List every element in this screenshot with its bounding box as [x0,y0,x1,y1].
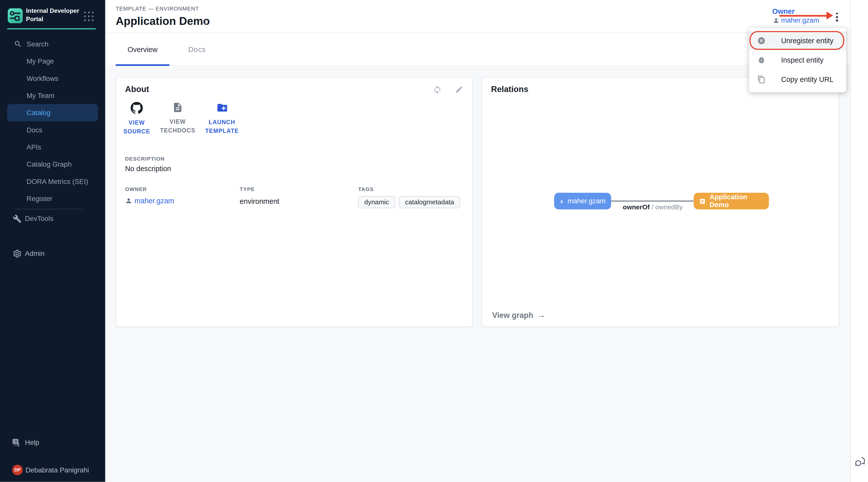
relation-edge-label: ownerOf / ownedBy [611,203,694,211]
action-label: TEMPLATE [205,127,239,134]
svg-text:?: ? [15,439,17,443]
view-techdocs-button[interactable]: VIEW TECHDOCS [160,102,195,135]
right-gutter [850,0,868,482]
cancel-icon [757,36,766,45]
tab-docs[interactable]: Docs [183,33,211,66]
sidebar-item-help[interactable]: ? Help [0,434,105,451]
sidebar-divider-accent [7,28,96,29]
action-label: VIEW [169,118,186,124]
menu-item-label: Copy entity URL [781,76,834,84]
sidebar-item-label: Workflows [27,74,59,82]
view-graph-label: View graph [492,311,533,320]
sidebar-item-label: DevTools [25,215,53,222]
sidebar-item-my-team[interactable]: My Team [0,87,105,104]
relation-node-entity[interactable]: Application Demo [694,193,769,209]
action-label: LAUNCH [209,119,235,125]
relation-edge [611,201,693,201]
menu-item-label: Inspect entity [781,56,824,64]
sidebar-item-label: Help [25,439,39,446]
launch-template-button[interactable]: LAUNCH TEMPLATE [199,102,245,135]
portal-title: Internal Developer Portal [26,6,82,23]
help-chat-icon: ? [11,438,20,447]
view-source-button[interactable]: VIEW SOURCE [120,102,154,136]
github-icon [131,102,143,114]
wrench-icon [13,214,22,223]
header-owner-label: Owner [772,7,795,16]
owner-label: OWNER [125,186,174,192]
type-value: environment [240,197,279,206]
sidebar-item-label: Admin [25,249,44,257]
sidebar-item-label: APIs [27,143,41,151]
sidebar-item-dora-metrics[interactable]: DORA Metrics (SEI) [0,173,105,190]
sidebar-item-catalog[interactable]: Catalog [7,104,98,121]
menu-item-label: Unregister entity [781,36,834,45]
relation-node-owner[interactable]: maher.gzam [554,193,611,209]
entity-context-menu: Unregister entity Inspect entity Copy en… [749,28,846,92]
sidebar-item-label: Catalog Graph [27,160,71,168]
description-value: No description [125,164,171,173]
page-title: Application Demo [116,15,210,28]
sidebar-item-label: My Team [27,92,55,99]
action-label: VIEW [129,119,145,126]
template-doc-icon [699,198,706,205]
sidebar-item-label: DORA Metrics (SEI) [27,177,88,185]
sidebar-item-catalog-graph[interactable]: Catalog Graph [0,156,105,173]
sidebar-item-devtools[interactable]: DevTools [0,210,105,227]
active-tab-indicator [116,64,169,66]
pipeline-logo-icon [8,8,23,23]
folder-plus-icon [216,102,228,114]
sidebar: Internal Developer Portal Search My Page… [0,0,105,482]
app-logo[interactable] [8,8,23,23]
relation-node-label: maher.gzam [568,197,606,205]
sidebar-item-workflows[interactable]: Workflows [0,70,105,87]
menu-item-unregister-entity[interactable]: Unregister entity [749,31,846,50]
header-owner-value: maher.gzam [781,17,819,24]
person-icon [125,197,132,205]
breadcrumb: TEMPLATE — ENVIRONMENT [116,5,199,11]
menu-item-copy-entity-url[interactable]: Copy entity URL [749,70,846,89]
about-card: About VIEW SOURCE VIEW TECHD [116,77,473,327]
refresh-icon[interactable] [433,85,442,94]
relations-card-title: Relations [491,84,528,93]
avatar: DP [12,465,23,475]
about-card-title: About [125,84,149,93]
relations-card: Relations maher.gzam Application Demo ow… [482,77,839,327]
bug-icon [757,56,766,64]
sidebar-item-admin[interactable]: Admin [0,245,105,262]
feedback-chat-icon[interactable] [854,456,866,468]
annotation-arrow [779,15,827,17]
app-grid-icon[interactable] [84,11,94,22]
about-owner-link[interactable]: maher.gzam [125,197,174,205]
sidebar-user[interactable]: DP Debabrata Panigrahi [0,461,105,479]
sidebar-item-label: Search [27,40,49,48]
sidebar-item-my-page[interactable]: My Page [0,53,105,70]
view-graph-link[interactable]: View graph → [492,310,546,320]
tag-chip[interactable]: dynamic [358,196,395,208]
sidebar-nav: Search My Page Workflows My Team Catalog… [0,35,105,207]
user-name: Debabrata Panigrahi [25,466,89,474]
tag-chip[interactable]: catalogmetadata [399,196,460,208]
sidebar-item-search[interactable]: Search [0,35,105,53]
description-label: DESCRIPTION [125,156,165,161]
edit-pencil-icon[interactable] [455,85,463,93]
search-icon [14,40,22,48]
tab-overview[interactable]: Overview [116,33,169,66]
header-owner-link[interactable]: maher.gzam [773,17,819,24]
relation-node-label: Application Demo [710,193,763,209]
type-label: TYPE [240,186,279,192]
gear-icon [13,249,22,258]
sidebar-item-label: Catalog [27,109,51,117]
more-options-kebab-icon[interactable] [834,13,840,22]
menu-item-inspect-entity[interactable]: Inspect entity [749,51,846,70]
document-icon [172,102,183,113]
sidebar-item-label: Register [27,195,53,203]
favorite-star-icon[interactable]: ☆ [200,16,209,28]
person-icon [560,198,564,205]
sidebar-item-apis[interactable]: APIs [0,139,105,156]
sidebar-section-divider [14,209,82,209]
sidebar-item-label: Docs [27,126,42,134]
tags-label: TAGS [358,186,460,192]
about-owner-value: maher.gzam [135,197,174,205]
sidebar-item-register[interactable]: Register [0,190,105,207]
sidebar-item-docs[interactable]: Docs [0,121,105,139]
